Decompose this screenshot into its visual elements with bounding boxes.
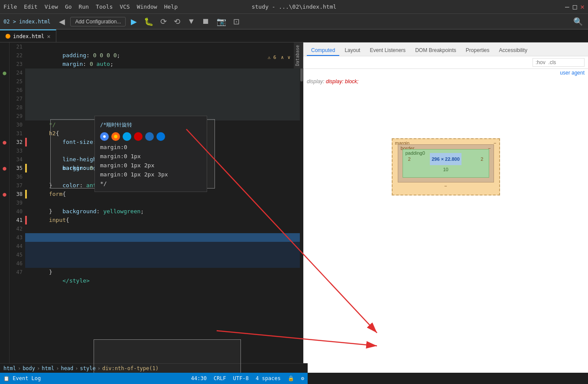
gutter-item[interactable]: ●: [0, 138, 9, 146]
gutter-item: [0, 77, 9, 86]
breadcrumb-html2[interactable]: html: [42, 365, 54, 371]
gutter-item: [0, 268, 9, 277]
menu-tools[interactable]: Tools: [96, 3, 113, 10]
line-num-32: 32: [10, 138, 23, 146]
autocomplete-item-2[interactable]: margin:0 1px 2px: [95, 161, 207, 170]
stop-button[interactable]: ⏹: [200, 16, 211, 27]
code-line-21[interactable]: padding: 0 0 0 0;: [25, 42, 303, 51]
code-line-24[interactable]: /*顺时针旋转: [25, 68, 303, 77]
opera2-icon: [134, 132, 143, 141]
event-log-label[interactable]: Event Log: [13, 375, 41, 381]
split-button[interactable]: ⊡: [231, 16, 241, 27]
database-panel-toggle[interactable]: Database: [294, 42, 303, 68]
code-line-46[interactable]: }: [25, 259, 303, 268]
breadcrumb-style[interactable]: style: [80, 365, 96, 371]
code-line-39[interactable]: }: [25, 199, 303, 207]
tab-computed[interactable]: Computed: [307, 46, 339, 56]
code-line-44[interactable]: /*上下左右分别为10px 2px*/: [25, 242, 303, 251]
margin-minus[interactable]: −: [494, 140, 496, 146]
code-line-43[interactable]: div:nth-of-type(1){: [25, 233, 303, 242]
gutter-item[interactable]: ●: [0, 68, 9, 77]
autocomplete-item-4[interactable]: */: [95, 179, 207, 188]
debug-button[interactable]: 🐛: [142, 16, 155, 27]
code-line-41[interactable]: border: 1px solid black;: [25, 216, 303, 225]
dropdown-button[interactable]: ▼: [185, 16, 197, 27]
menu-window[interactable]: Window: [137, 3, 157, 10]
menu-file[interactable]: File: [3, 3, 17, 10]
minimize-button[interactable]: —: [565, 3, 569, 11]
code-line-45[interactable]: padding: 10px 2px;: [25, 251, 303, 259]
gutter-item: [0, 155, 9, 164]
menu-run[interactable]: Run: [79, 3, 89, 10]
autocomplete-item-1[interactable]: margin:0 1px: [95, 152, 207, 161]
code-line-42[interactable]: }: [25, 225, 303, 233]
breadcrumb-html[interactable]: html: [3, 365, 16, 371]
code-line-28[interactable]: margin:0 1px 2px 3px: [25, 103, 303, 112]
revert-button[interactable]: ⟲: [172, 16, 182, 27]
gutter-item[interactable]: ●: [0, 190, 9, 199]
menu-view[interactable]: View: [45, 3, 58, 10]
breadcrumb-head[interactable]: head: [61, 365, 73, 371]
gutter-item: [0, 51, 9, 60]
opera-icon: [123, 132, 131, 141]
code-line-23[interactable]: }: [25, 60, 303, 68]
tab-dom-breakpoints[interactable]: DOM Breakpoints: [411, 46, 461, 56]
status-bar: 📋 Event Log 44:30 CRLF UTF-8 4 spaces 🔒 …: [0, 373, 308, 384]
autocomplete-item-3[interactable]: margin:0 1px 2px 3px: [95, 170, 207, 179]
padding-label: padding0: [406, 150, 425, 156]
gutter-item: [0, 172, 9, 181]
window-controls[interactable]: — □ ✕: [565, 3, 585, 11]
filter-input[interactable]: [533, 58, 585, 67]
code-editor[interactable]: ⚠ 6 ∧ ∨ padding: 0 0 0 0; margin: 0 auto…: [25, 42, 303, 373]
tab-layout[interactable]: Layout: [340, 46, 364, 56]
back-button[interactable]: ◀: [57, 16, 67, 27]
code-line-27[interactable]: margin:0 1px 2px: [25, 94, 303, 103]
line-num-28: 28: [10, 103, 23, 112]
user-agent-label: user agent: [303, 69, 588, 77]
menu-edit[interactable]: Edit: [24, 3, 37, 10]
indent-setting[interactable]: 4 spaces: [256, 375, 281, 381]
breadcrumb-body[interactable]: body: [23, 365, 35, 371]
gutter-item: [0, 259, 9, 268]
run-button[interactable]: ▶: [129, 16, 139, 27]
autocomplete-popup[interactable]: /*顺时针旋转: [94, 116, 207, 192]
breadcrumb-div-nth[interactable]: div:nth-of-type(1): [102, 365, 159, 371]
gutter-item: [0, 146, 9, 155]
editor-scrollbar[interactable]: [300, 42, 303, 373]
code-line-26[interactable]: margin:0 1px: [25, 86, 303, 94]
code-line-40[interactable]: input{: [25, 207, 303, 216]
reload-button[interactable]: ⟳: [159, 16, 169, 27]
search-button[interactable]: 🔍: [572, 16, 585, 27]
encoding[interactable]: UTF-8: [233, 375, 249, 381]
autocomplete-item-0[interactable]: margin:0: [95, 143, 207, 152]
gutter-item[interactable]: ●: [0, 164, 9, 172]
line-num-33: 33: [10, 146, 23, 155]
close-button[interactable]: ✕: [580, 3, 585, 11]
file-tab-index[interactable]: 🟠 index.html ×: [0, 29, 56, 42]
tab-accessibility[interactable]: Accessibility: [495, 46, 532, 56]
line-ending[interactable]: CRLF: [214, 375, 226, 381]
code-line-22[interactable]: margin: 0 auto;: [25, 51, 303, 60]
camera-button[interactable]: 📷: [215, 16, 228, 27]
cursor-position: 44:30: [191, 375, 207, 381]
code-line-25[interactable]: margin:0: [25, 77, 303, 86]
gutter-item: [0, 42, 9, 51]
code-line-47[interactable]: </style>: [25, 268, 303, 277]
gutter-item: [0, 207, 9, 216]
menu-bar[interactable]: File Edit View Go Run Tools VCS Window H…: [3, 3, 178, 10]
ie-icon: [145, 132, 154, 141]
menu-help[interactable]: Help: [164, 3, 178, 10]
line-num-21: 21: [10, 42, 23, 51]
menu-vcs[interactable]: VCS: [120, 3, 130, 10]
autocomplete-header: /*顺时针旋转: [95, 120, 207, 130]
status-event-log[interactable]: 📋 Event Log: [3, 375, 41, 381]
tab-event-listeners[interactable]: Event Listeners: [365, 46, 410, 56]
add-configuration-button[interactable]: Add Configuration...: [70, 17, 126, 26]
close-tab-icon[interactable]: ×: [47, 33, 50, 40]
maximize-button[interactable]: □: [573, 3, 577, 11]
gutter-item: [0, 225, 9, 233]
settings-icon[interactable]: ⚙: [301, 375, 304, 381]
event-log-icon: 📋: [3, 376, 10, 381]
tab-properties[interactable]: Properties: [461, 46, 494, 56]
menu-go[interactable]: Go: [65, 3, 72, 10]
